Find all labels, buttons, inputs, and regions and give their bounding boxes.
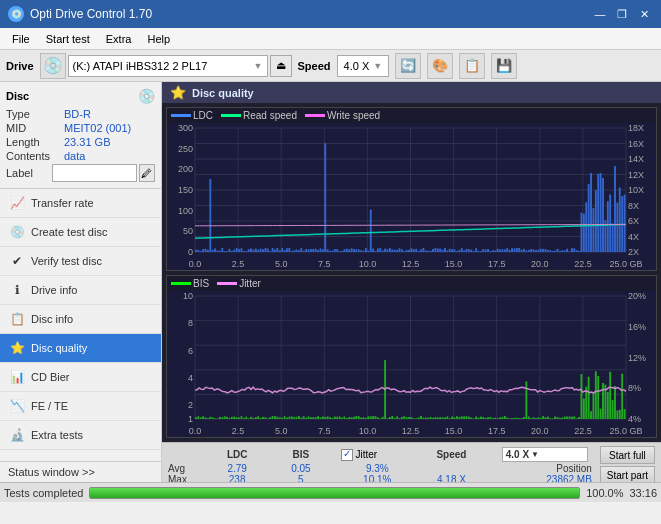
minimize-button[interactable]: — [591, 5, 609, 23]
col-speed: Speed [415, 446, 488, 463]
avg-label: Avg [168, 463, 200, 474]
col-bis: BIS [274, 446, 327, 463]
col-speed-select[interactable]: 4.0 X ▼ [498, 446, 592, 463]
mid-label: MID [6, 122, 64, 134]
nav-item-verify-test-disc[interactable]: ✔Verify test disc [0, 247, 161, 276]
max-label: Max [168, 474, 200, 482]
nav-icon-drive-info: ℹ [8, 281, 26, 299]
nav-item-fe-te[interactable]: 📉FE / TE [0, 392, 161, 421]
main-content: Disc 💿 Type BD-R MID MEIT02 (001) Length… [0, 82, 661, 482]
right-panel: ⭐ Disc quality LDC Read speed Write spee… [162, 82, 661, 482]
type-label: Type [6, 108, 64, 120]
legend-ldc: LDC [193, 110, 213, 121]
drive-name: (K:) ATAPI iHBS312 2 PL17 [73, 60, 250, 72]
nav-icon-transfer-rate: 📈 [8, 194, 26, 212]
drive-label: Drive [6, 60, 34, 72]
avg-bis: 0.05 [274, 463, 327, 474]
nav-item-drive-info[interactable]: ℹDrive info [0, 276, 161, 305]
disc-section-icon: 💿 [138, 88, 155, 104]
nav-item-disc-quality[interactable]: ⭐Disc quality [0, 334, 161, 363]
jitter-checkbox[interactable] [341, 449, 353, 461]
menu-help[interactable]: Help [139, 31, 178, 47]
contents-value: data [64, 150, 85, 162]
nav-item-extra-tests[interactable]: 🔬Extra tests [0, 421, 161, 450]
bis-chart-container: BIS Jitter [166, 275, 657, 439]
stats-speed-value: 4.0 X [506, 449, 529, 460]
jitter-col-label: Jitter [355, 449, 377, 460]
nav-label-verify-test-disc: Verify test disc [31, 255, 102, 267]
col-ldc: LDC [200, 446, 274, 463]
bis-legend: BIS Jitter [167, 276, 656, 291]
title-bar: 💿 Opti Drive Control 1.70 — ❐ ✕ [0, 0, 661, 28]
legend-read-speed: Read speed [243, 110, 297, 121]
contents-label: Contents [6, 150, 64, 162]
disc-panel: Disc 💿 Type BD-R MID MEIT02 (001) Length… [0, 82, 161, 189]
ldc-legend: LDC Read speed Write speed [167, 108, 656, 123]
ldc-chart [167, 123, 656, 270]
nav-icon-extra-tests: 🔬 [8, 426, 26, 444]
save-button[interactable]: 💾 [491, 53, 517, 79]
max-speed: 4.18 X [415, 474, 488, 482]
nav-icon-cd-bier: 📊 [8, 368, 26, 386]
legend-write-speed: Write speed [327, 110, 380, 121]
nav-item-transfer-rate[interactable]: 📈Transfer rate [0, 189, 161, 218]
label-input[interactable] [52, 164, 137, 182]
drive-bar: Drive 💿 (K:) ATAPI iHBS312 2 PL17 ▼ ⏏ Sp… [0, 50, 661, 82]
menu-file[interactable]: File [4, 31, 38, 47]
max-bis: 5 [274, 474, 327, 482]
eject-button[interactable]: ⏏ [270, 55, 292, 77]
status-window-btn[interactable]: Status window >> [0, 461, 161, 482]
nav-label-extra-tests: Extra tests [31, 429, 83, 441]
nav-label-cd-bier: CD Bier [31, 371, 70, 383]
nav-label-disc-info: Disc info [31, 313, 73, 325]
drive-icon-btn[interactable]: 💿 [40, 53, 66, 79]
close-button[interactable]: ✕ [635, 5, 653, 23]
nav-label-disc-quality: Disc quality [31, 342, 87, 354]
progress-bar [89, 487, 580, 499]
nav-item-disc-info[interactable]: 📋Disc info [0, 305, 161, 334]
nav-icon-create-test-disc: 💿 [8, 223, 26, 241]
speed-label: Speed [298, 60, 331, 72]
nav-item-cd-bier[interactable]: 📊CD Bier [0, 363, 161, 392]
nav-label-transfer-rate: Transfer rate [31, 197, 94, 209]
panel-icon: ⭐ [170, 85, 186, 100]
label-btn[interactable]: 🖉 [139, 164, 155, 182]
status-text: Tests completed [4, 487, 83, 499]
nav-label-create-test-disc: Create test disc [31, 226, 107, 238]
max-jitter: 10.1% [339, 474, 415, 482]
nav-icon-disc-info: 📋 [8, 310, 26, 328]
charts-area: LDC Read speed Write speed BIS Jitter [162, 103, 661, 442]
app-title: Opti Drive Control 1.70 [30, 7, 152, 21]
start-full-button[interactable]: Start full [600, 446, 655, 464]
time-display: 33:16 [629, 487, 657, 499]
info-button[interactable]: 📋 [459, 53, 485, 79]
restore-button[interactable]: ❐ [613, 5, 631, 23]
menu-start-test[interactable]: Start test [38, 31, 98, 47]
avg-jitter: 9.3% [339, 463, 415, 474]
settings-button[interactable]: 🎨 [427, 53, 453, 79]
panel-title: Disc quality [192, 87, 254, 99]
stats-table: LDC BIS Jitter Speed [168, 446, 592, 482]
menu-bar: File Start test Extra Help [0, 28, 661, 50]
start-part-button[interactable]: Start part [600, 466, 655, 482]
speed-selector[interactable]: 4.0 X ▼ [337, 55, 390, 77]
nav-item-create-test-disc[interactable]: 💿Create test disc [0, 218, 161, 247]
drive-selector[interactable]: (K:) ATAPI iHBS312 2 PL17 ▼ [68, 55, 268, 77]
sidebar: Disc 💿 Type BD-R MID MEIT02 (001) Length… [0, 82, 162, 482]
legend-jitter: Jitter [239, 278, 261, 289]
max-ldc: 238 [200, 474, 274, 482]
nav-icon-verify-test-disc: ✔ [8, 252, 26, 270]
bis-chart [167, 291, 656, 437]
refresh-button[interactable]: 🔄 [395, 53, 421, 79]
avg-ldc: 2.79 [200, 463, 274, 474]
mid-value: MEIT02 (001) [64, 122, 131, 134]
nav-list: 📈Transfer rate💿Create test disc✔Verify t… [0, 189, 161, 450]
type-value: BD-R [64, 108, 91, 120]
length-label: Length [6, 136, 64, 148]
window-controls: — ❐ ✕ [591, 5, 653, 23]
app-icon: 💿 [8, 6, 24, 22]
jitter-checkbox-cell[interactable]: Jitter [339, 446, 415, 463]
length-value: 23.31 GB [64, 136, 110, 148]
menu-extra[interactable]: Extra [98, 31, 140, 47]
speed-value: 4.0 X [344, 60, 370, 72]
